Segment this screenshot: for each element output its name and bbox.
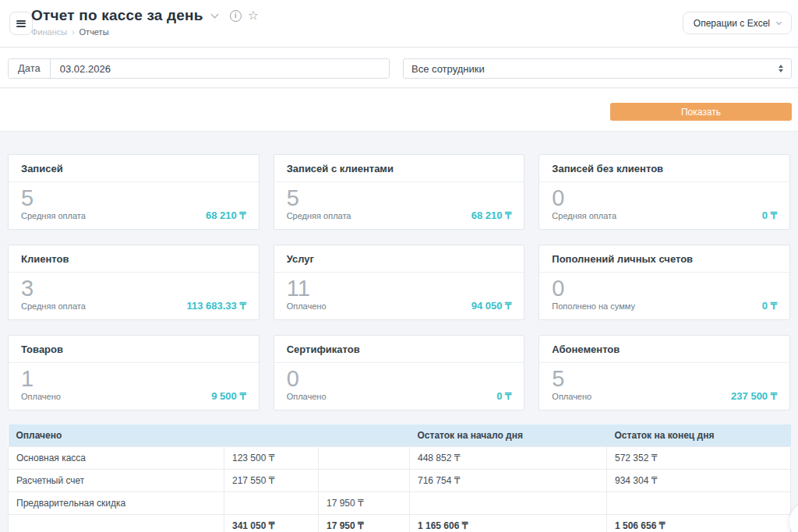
date-input[interactable] (51, 59, 389, 78)
table-row: 341 050 ₸ 17 950 ₸ 1 165 606 ₸ 1 506 656… (9, 515, 791, 532)
stat-card-label: Средняя оплата (287, 211, 351, 220)
show-button[interactable]: Показать (610, 103, 792, 121)
cell-account-name: Предварительная скидка (9, 492, 224, 515)
cell-balance-end: 572 352 ₸ (607, 447, 791, 470)
cell-paid: 123 500 ₸ (224, 447, 319, 470)
date-label: Дата (9, 59, 51, 78)
cell-account-name: Расчетный счет (9, 470, 224, 492)
stat-card-body: 0 Пополнено на сумму 0 ₸ (539, 273, 789, 319)
stat-card-value: 0 ₸ (496, 390, 511, 402)
action-bar: Показать (0, 89, 798, 132)
table-header-row: Оплачено Остаток на начало дня Остаток н… (9, 425, 791, 447)
stat-card-label: Средняя оплата (21, 301, 86, 311)
stat-card-value: 0 ₸ (762, 210, 777, 221)
stat-card: Пополнений личных счетов 0 Пополнено на … (538, 245, 790, 320)
stat-card-value: 68 210 ₸ (206, 210, 246, 221)
stat-card: Записей 5 Средняя оплата 68 210 ₸ (8, 154, 260, 230)
stat-card-body: 11 Оплачено 94 050 ₸ (274, 273, 524, 319)
stat-card-title: Записей с клиентами (274, 155, 524, 182)
cell-balance-start: 1 165 606 ₸ (410, 515, 607, 532)
hamburger-menu-icon (16, 19, 26, 28)
stat-card-title: Абонементов (539, 336, 789, 363)
filter-bar: Дата Все сотрудники (0, 48, 798, 88)
stat-card-value: 0 ₸ (762, 300, 777, 312)
cell-discount (319, 447, 410, 470)
table-row: Предварительная скидка 17 950 ₸ (9, 492, 791, 515)
stat-card: Товаров 1 Оплачено 9 500 ₸ (8, 335, 260, 410)
stat-card-count: 0 (552, 187, 777, 210)
stat-card-title: Пополнений личных счетов (539, 245, 789, 273)
favorite-star-icon[interactable]: ☆ (248, 9, 259, 22)
cell-balance-end: 1 506 656 ₸ (607, 515, 791, 532)
table-row: Расчетный счет 217 550 ₸ 716 754 ₸ 934 3… (9, 470, 791, 492)
menu-button[interactable] (9, 12, 33, 35)
stat-card-body: 1 Оплачено 9 500 ₸ (9, 363, 259, 410)
stat-card-title: Услуг (274, 245, 524, 273)
column-header-balance-end: Остаток на конец дня (607, 425, 791, 447)
stat-card-count: 0 (552, 277, 777, 300)
stat-card-label: Оплачено (21, 392, 61, 401)
cell-balance-start: 716 754 ₸ (410, 470, 607, 492)
stat-card-body: 5 Средняя оплата 68 210 ₸ (9, 182, 259, 229)
stat-card-count: 5 (21, 187, 246, 210)
top-bar: Отчет по кассе за день i ☆ Финансы › Отч… (0, 0, 798, 48)
cell-account-name (9, 515, 224, 532)
stat-card-body: 0 Средняя оплата 0 ₸ (539, 182, 789, 229)
chevron-down-icon (776, 19, 782, 25)
stat-card-title: Записей без клиентов (539, 155, 789, 182)
stat-card: Услуг 11 Оплачено 94 050 ₸ (274, 245, 525, 320)
stat-card: Абонементов 5 Оплачено 237 500 ₸ (538, 335, 790, 410)
employees-select[interactable]: Все сотрудники (403, 58, 792, 79)
cell-discount (319, 470, 410, 492)
stat-card-label: Средняя оплата (21, 211, 86, 220)
column-header-empty-2 (319, 425, 410, 447)
breadcrumb-item-finance[interactable]: Финансы (31, 27, 67, 37)
breadcrumb-item-reports[interactable]: Отчеты (79, 27, 109, 37)
stat-card-count: 5 (552, 368, 777, 390)
info-icon[interactable]: i (230, 10, 242, 22)
breadcrumb-separator-icon: › (72, 28, 74, 37)
stat-card-count: 1 (21, 368, 246, 390)
stat-card-value: 68 210 ₸ (471, 210, 512, 221)
excel-operations-label: Операции с Excel (694, 18, 770, 29)
cell-paid (224, 492, 319, 515)
stat-card-title: Товаров (9, 336, 259, 363)
title-block: Отчет по кассе за день i ☆ Финансы › Отч… (31, 7, 259, 37)
stat-card-value: 9 500 ₸ (211, 390, 245, 402)
stat-card-value: 113 683.33 ₸ (186, 300, 245, 312)
select-spinner-icon (779, 65, 783, 72)
cell-balance-start: 448 852 ₸ (410, 447, 607, 470)
date-filter-group: Дата (8, 58, 390, 79)
stat-card-label: Оплачено (287, 392, 327, 401)
stat-card-body: 3 Средняя оплата 113 683.33 ₸ (9, 273, 259, 319)
stat-card-count: 5 (287, 187, 512, 210)
table-row: Основная касса 123 500 ₸ 448 852 ₸ 572 3… (9, 447, 791, 470)
title-chevron-down-icon[interactable] (210, 11, 218, 19)
cell-balance-end: 934 304 ₸ (607, 470, 791, 492)
cell-balance-start (410, 492, 607, 515)
employees-select-value: Все сотрудники (411, 63, 485, 75)
stat-card-value: 94 050 ₸ (471, 300, 512, 312)
report-table-body: Основная касса 123 500 ₸ 448 852 ₸ 572 3… (9, 447, 791, 532)
stat-card: Сертификатов 0 Оплачено 0 ₸ (274, 335, 525, 410)
excel-operations-button[interactable]: Операции с Excel (683, 12, 792, 34)
stat-card-count: 0 (287, 368, 512, 390)
stat-card: Клиентов 3 Средняя оплата 113 683.33 ₸ (8, 245, 260, 320)
stat-card-label: Оплачено (287, 301, 327, 311)
stat-card: Записей с клиентами 5 Средняя оплата 68 … (274, 154, 525, 230)
cell-account-name: Основная касса (9, 447, 224, 470)
stats-cards-grid: Записей 5 Средняя оплата 68 210 ₸ Записе… (8, 154, 790, 410)
stat-card-count: 3 (21, 277, 246, 300)
column-header-empty-1 (224, 425, 319, 447)
stat-card-label: Пополнено на сумму (552, 301, 635, 311)
cell-paid: 217 550 ₸ (224, 470, 319, 492)
column-header-paid: Оплачено (9, 425, 224, 447)
stat-card-title: Сертификатов (274, 336, 524, 363)
stat-card-body: 5 Оплачено 237 500 ₸ (539, 363, 789, 410)
cell-balance-end (607, 492, 791, 515)
stat-card-title: Записей (9, 155, 259, 182)
cell-discount: 17 950 ₸ (319, 492, 410, 515)
cash-summary-table: Оплачено Остаток на начало дня Остаток н… (8, 425, 791, 532)
stat-card-label: Средняя оплата (552, 211, 616, 220)
stat-card-label: Оплачено (552, 392, 591, 401)
